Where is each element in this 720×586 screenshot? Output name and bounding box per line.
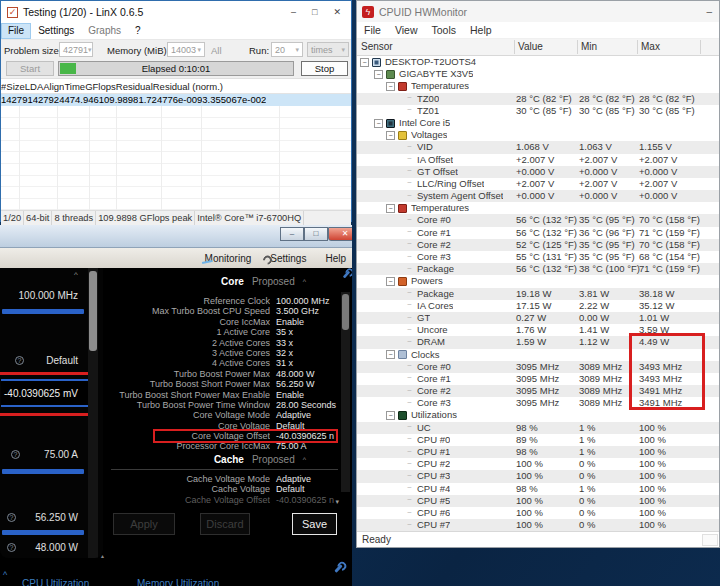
caret-down-icon[interactable]: ▾	[335, 498, 339, 506]
sensor-row[interactable]: − Core #3 55 °C (131 °F) 35 °C (95 °F) 6…	[357, 251, 719, 263]
sensor-row[interactable]: − GIGABYTE X3V5	[357, 68, 719, 80]
tree-expander-icon[interactable]: −	[405, 253, 414, 262]
linx-menu-item[interactable]: File	[1, 23, 31, 39]
sensor-row[interactable]: − IA Offset +2.007 V +2.007 V +2.007 V	[357, 154, 719, 166]
tree-expander-icon[interactable]: −	[405, 362, 414, 371]
core-voltage-offset-select[interactable]: -40.0390625 mV	[1, 379, 88, 407]
sensor-row[interactable]: − Uncore 1.76 W 1.41 W 3.59 W	[357, 324, 719, 336]
tree-expander-icon[interactable]: −	[386, 277, 395, 286]
setting-row[interactable]: Core IccMax Enable	[107, 317, 340, 327]
column-header[interactable]: Time	[64, 79, 85, 93]
caret-up-icon[interactable]: ^	[3, 570, 7, 580]
setting-row[interactable]: 3 Active Cores 32 x	[107, 348, 340, 358]
setting-row[interactable]: 1 Active Core 35 x	[107, 327, 340, 337]
sensor-row[interactable]: − Core #3 3095 MHz 3089 MHz 3491 MHz	[357, 397, 719, 409]
column-header[interactable]: Align	[43, 79, 64, 93]
tree-expander-icon[interactable]: −	[405, 399, 414, 408]
tree-expander-icon[interactable]: −	[405, 448, 414, 457]
column-header[interactable]: LDA	[25, 79, 43, 93]
tree-expander-icon[interactable]: −	[405, 423, 414, 432]
setting-row[interactable]: Processor Core IccMax 75.00 A	[107, 441, 340, 451]
xtu-titlebar[interactable]: – □ ✕	[0, 225, 352, 248]
setting-row[interactable]: Max Turbo Boost CPU Speed 3.500 GHz	[107, 306, 340, 316]
tree-expander-icon[interactable]: −	[405, 521, 414, 530]
linx-titlebar[interactable]: ✓ Testing (1/20) - LinX 0.6.5 – □ ✕	[1, 1, 351, 23]
tree-expander-icon[interactable]: −	[405, 289, 414, 298]
tree-expander-icon[interactable]: −	[374, 119, 383, 128]
run-unit-select[interactable]: times▾	[307, 42, 349, 57]
discard-button[interactable]: Discard	[200, 513, 250, 535]
sensor-row[interactable]: − CPU #2 100 % 0 % 100 %	[357, 458, 719, 470]
tree-expander-icon[interactable]: −	[386, 350, 395, 359]
sensor-row[interactable]: − VID 1.068 V 1.063 V 1.155 V	[357, 141, 719, 153]
column-header-sensor[interactable]: Sensor	[361, 41, 393, 52]
sensor-row[interactable]: − Core #1 56 °C (132 °F) 36 °C (96 °F) 7…	[357, 227, 719, 239]
tree-expander-icon[interactable]: −	[405, 496, 414, 505]
sensor-row[interactable]: − TZ00 28 °C (82 °F) 28 °C (82 °F) 28 °C…	[357, 93, 719, 105]
results-table-row-selected[interactable]: 142791427924474.946109.98981.724776e-009…	[1, 94, 351, 106]
short-power-max-slider[interactable]	[2, 530, 84, 535]
tree-expander-icon[interactable]: −	[374, 70, 383, 79]
linx-menu-item[interactable]: ?	[128, 23, 148, 39]
setting-row[interactable]: Turbo Boost Power Max 48.000 W	[107, 369, 340, 379]
tree-expander-icon[interactable]: −	[405, 216, 414, 225]
sensor-row[interactable]: − CPU #0 89 % 1 % 100 %	[357, 434, 719, 446]
tree-expander-icon[interactable]: −	[405, 106, 414, 115]
stop-button[interactable]: Stop	[301, 61, 348, 76]
tree-expander-icon[interactable]: −	[405, 240, 414, 249]
tree-expander-icon[interactable]: −	[405, 192, 414, 201]
setting-row[interactable]: 4 Active Cores 31 x	[107, 358, 340, 368]
setting-row[interactable]: Core Voltage Offset -40.0390625 n	[107, 431, 340, 441]
wrench-icon[interactable]	[337, 564, 340, 573]
problem-size-select[interactable]: 42791▾	[59, 42, 93, 57]
xtu-toolbar-item[interactable]: Monitoring	[201, 253, 252, 264]
tree-expander-icon[interactable]: −	[405, 460, 414, 469]
column-header[interactable]: Residual (norm.)	[153, 79, 223, 93]
sensor-row[interactable]: − System Agent Offset +0.000 V +0.000 V …	[357, 190, 719, 202]
tree-expander-icon[interactable]: −	[405, 472, 414, 481]
tree-expander-icon[interactable]: −	[405, 155, 414, 164]
maximize-icon[interactable]: □	[312, 7, 317, 17]
tree-expander-icon[interactable]: −	[386, 204, 395, 213]
sensor-row[interactable]: − CPU #5 100 % 0 % 100 %	[357, 495, 719, 507]
column-header[interactable]: GFlops	[85, 79, 116, 93]
close-icon[interactable]: ✕	[333, 7, 341, 17]
sensor-row[interactable]: − GT 0.27 W 0.00 W 1.01 W	[357, 312, 719, 324]
scrollbar-thumb[interactable]	[89, 271, 97, 351]
setting-row[interactable]: Turbo Boost Short Power Max 56.250 W	[107, 379, 340, 389]
sensor-row[interactable]: − CPU #3 100 % 0 % 100 %	[357, 470, 719, 482]
save-button[interactable]: Save	[292, 513, 337, 535]
hwmonitor-menu-item[interactable]: File	[364, 24, 381, 36]
tree-expander-icon[interactable]: −	[405, 387, 414, 396]
reference-clock-slider[interactable]	[2, 309, 84, 314]
tree-expander-icon[interactable]: −	[405, 179, 414, 188]
setting-row[interactable]: 2 Active Cores 33 x	[107, 338, 340, 348]
tree-expander-icon[interactable]: −	[405, 265, 414, 274]
tree-expander-icon[interactable]: −	[386, 131, 395, 140]
right-panel-scrollbar[interactable]	[341, 292, 350, 492]
sensor-row[interactable]: − Clocks	[357, 349, 719, 361]
memory-utilization-label[interactable]: Memory Utilization	[137, 578, 219, 586]
sensor-row[interactable]: − DESKTOP-T2UOTS4	[357, 56, 719, 68]
cpu-utilization-label[interactable]: CPU Utilization	[22, 578, 89, 586]
sensor-row[interactable]: − LLC/Ring Offset +2.007 V +2.007 V +2.0…	[357, 178, 719, 190]
apply-button[interactable]: Apply	[113, 513, 175, 535]
start-button[interactable]: Start	[6, 61, 54, 76]
setting-row[interactable]: Cache Voltage Offset -40.0390625 n	[107, 495, 340, 505]
sensor-row[interactable]: − Core #0 56 °C (132 °F) 35 °C (95 °F) 7…	[357, 214, 719, 226]
sensor-row[interactable]: − Utilizations	[357, 409, 719, 421]
sensor-row[interactable]: − TZ01 30 °C (85 °F) 30 °C (85 °F) 30 °C…	[357, 105, 719, 117]
tree-expander-icon[interactable]: −	[405, 301, 414, 310]
setting-row[interactable]: Cache Voltage Default	[107, 484, 340, 494]
xtu-toolbar-item[interactable]: Help	[321, 253, 346, 264]
sensor-row[interactable]: − CPU #7 100 % 0 % 100 %	[357, 519, 719, 531]
run-select[interactable]: 20▾	[271, 42, 303, 57]
tree-expander-icon[interactable]: −	[405, 326, 414, 335]
tree-expander-icon[interactable]: −	[386, 82, 395, 91]
setting-row[interactable]: Cache Voltage Mode Adaptive	[107, 474, 340, 484]
tree-expander-icon[interactable]: −	[405, 167, 414, 176]
sensor-row[interactable]: − CPU #6 100 % 0 % 100 %	[357, 507, 719, 519]
maximize-icon[interactable]: □	[304, 227, 328, 241]
hwmonitor-menu-item[interactable]: Help	[470, 24, 492, 36]
xtu-toolbar-item[interactable]: Settings	[266, 253, 306, 264]
